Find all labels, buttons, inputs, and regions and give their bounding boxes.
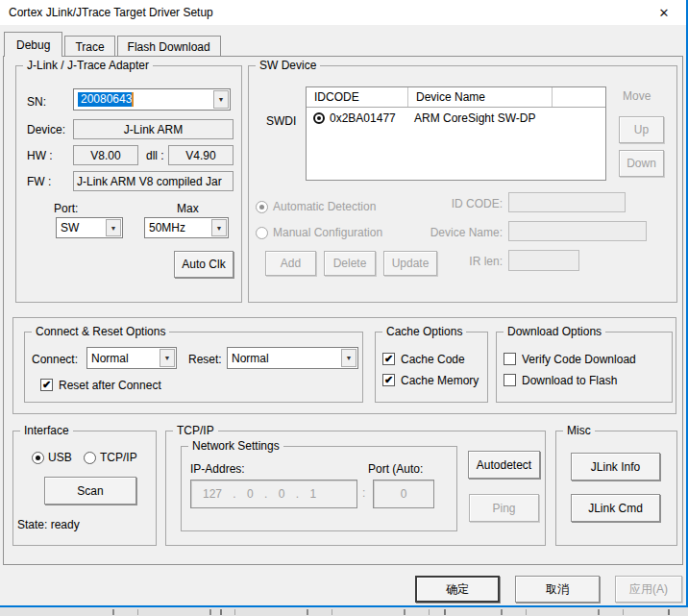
jlink-cmd-button[interactable]: JLink Cmd [571,494,660,522]
tcpip-radio-label: TCP/IP [100,451,137,464]
group-adapter-title: J-Link / J-Trace Adapter [23,59,153,72]
id-code-label: ID CODE: [437,197,503,210]
ir-len-field[interactable] [508,250,579,271]
move-down-button[interactable]: Down [619,150,664,177]
device-field: J-Link ARM [73,119,233,139]
tab-flash-download[interactable]: Flash Download [117,36,221,56]
sn-combobox[interactable]: 20080643 ▼ [73,88,231,111]
port-combobox[interactable]: SW ▼ [56,217,123,238]
sn-label: SN: [27,95,46,109]
scan-button[interactable]: Scan [44,477,136,505]
dll-field: V4.90 [168,145,233,165]
automatic-detection-label: Automatic Detection [273,200,376,213]
close-icon[interactable]: ✕ [654,4,674,22]
tabstrip: Debug Trace Flash Download [4,31,223,56]
fw-field: J-Link ARM V8 compiled Jar [73,171,233,191]
automatic-detection-radio[interactable] [256,201,268,213]
cache-code-checkbox[interactable]: ✔ [382,353,395,365]
verify-code-download-checkbox[interactable] [504,353,516,365]
dropdown-arrow-icon[interactable]: ▼ [160,349,175,367]
column-header-blank[interactable] [553,87,605,107]
connect-label: Connect: [32,353,78,366]
group-cache-options-title: Cache Options [382,325,466,338]
ir-len-label: IR len: [450,255,503,268]
cache-code-label: Cache Code [401,353,465,366]
group-cache-options: Cache Options [375,332,488,403]
group-sw-device-title: SW Device [256,59,320,72]
reset-after-connect-checkbox[interactable]: ✔ [40,379,53,391]
delete-button[interactable]: Delete [324,251,376,276]
group-misc-title: Misc [563,424,595,437]
group-tcpip-title: TCP/IP [173,424,218,437]
text-caret [132,92,134,107]
sw-device-table[interactable]: IDCODE Device Name 0x2BA01477 ARM CoreSi… [306,86,606,181]
cell-idcode: 0x2BA01477 [330,111,408,125]
reset-value: Normal [228,352,340,365]
move-up-button[interactable]: Up [619,116,664,143]
group-network-settings-title: Network Settings [188,439,283,453]
tcpip-radio[interactable] [84,452,96,464]
ping-button[interactable]: Ping [469,494,539,522]
check-icon: ✔ [42,380,51,390]
dropdown-arrow-icon[interactable]: ▼ [213,90,229,109]
state-text: State: ready [17,518,80,531]
dll-label: dll : [146,149,164,162]
check-icon: ✔ [384,354,393,364]
device-name-field[interactable] [508,221,647,241]
download-to-flash-label: Download to Flash [522,374,617,387]
reset-combobox[interactable]: Normal ▼ [227,347,358,369]
port-auto-label: Port (Auto: [368,462,423,476]
usb-label: USB [48,451,72,464]
tab-trace[interactable]: Trace [64,36,114,56]
dialog-window: Cortex JLink/JTrace Target Driver Setup … [0,0,688,607]
apply-button[interactable]: 应用(A) [615,576,682,603]
dropdown-arrow-icon[interactable]: ▼ [211,219,227,236]
table-row[interactable]: 0x2BA01477 ARM CoreSight SW-DP [307,108,605,129]
id-code-field[interactable] [508,192,626,212]
column-header-idcode[interactable]: IDCODE [307,87,408,107]
max-label: Max [177,202,199,215]
device-name-label: Device Name: [429,226,503,239]
dropdown-arrow-icon[interactable]: ▼ [341,349,356,367]
hw-field: V8.00 [73,145,138,165]
ok-button[interactable]: 确定 [415,576,500,603]
port-value: SW [57,221,105,234]
move-label: Move [623,89,651,103]
reset-label: Reset: [188,353,222,366]
port-field[interactable]: 0 [373,480,434,508]
sn-value: 20080643 [78,92,132,107]
background-window-sliver [0,607,688,616]
table-header: IDCODE Device Name [307,87,605,108]
dropdown-arrow-icon[interactable]: ▼ [106,219,121,236]
tab-debug[interactable]: Debug [4,32,62,57]
ip-address-label: IP-Addres: [190,462,245,476]
hw-label: HW : [27,149,53,162]
check-icon: ✔ [384,375,393,385]
ip-address-field[interactable]: 127 . 0 . 0 . 1 [190,480,357,508]
auto-clk-button[interactable]: Auto Clk [174,251,233,278]
jlink-info-button[interactable]: JLink Info [571,453,660,480]
ip-port-colon: : [362,486,365,500]
download-to-flash-checkbox[interactable] [504,374,516,386]
cancel-button[interactable]: 取消 [515,576,600,603]
cache-memory-checkbox[interactable]: ✔ [382,374,395,386]
group-connect-reset-title: Connect & Reset Options [32,325,169,338]
autodetect-button[interactable]: Autodetect [468,451,540,479]
group-download-options: Download Options [496,332,673,403]
group-interface-title: Interface [20,424,73,437]
cache-memory-label: Cache Memory [401,374,479,387]
window-title: Cortex JLink/JTrace Target Driver Setup [9,6,213,19]
usb-radio[interactable] [32,452,44,464]
add-button[interactable]: Add [265,251,316,276]
fw-label: FW : [27,175,51,188]
row-selected-radio[interactable] [313,112,325,124]
update-button[interactable]: Update [383,251,437,276]
group-download-options-title: Download Options [504,325,605,338]
column-header-device-name[interactable]: Device Name [408,87,553,107]
connect-combobox[interactable]: Normal ▼ [86,347,177,369]
device-label: Device: [27,123,65,136]
manual-configuration-label: Manual Configuration [273,226,382,239]
swdio-label: SWDI [266,114,296,128]
max-clock-combobox[interactable]: 50MHz ▼ [144,217,229,238]
manual-configuration-radio[interactable] [256,227,268,239]
